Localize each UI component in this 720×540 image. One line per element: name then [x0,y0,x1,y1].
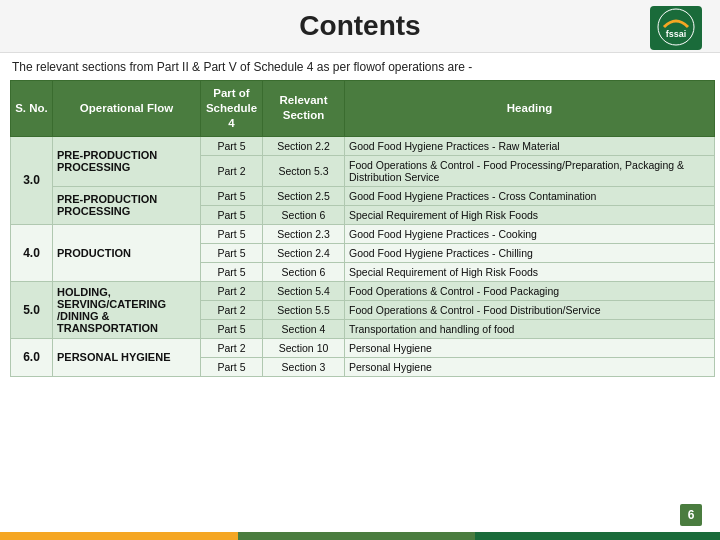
part-cell: Part 5 [201,357,263,376]
page-wrapper: Contents fssai The relevant sections fro… [0,0,720,540]
content-area: The relevant sections from Part II & Par… [0,53,720,532]
part-cell: Part 2 [201,281,263,300]
section-cell: Section 2.4 [263,243,345,262]
heading-cell: Personal Hygiene [345,357,715,376]
part-cell: Part 2 [201,155,263,186]
heading-cell: Good Food Hygiene Practices - Raw Materi… [345,136,715,155]
section-cell: Section 5.5 [263,300,345,319]
col-header-flow: Operational Flow [53,80,201,136]
table-header-row: S. No. Operational Flow Part of Schedule… [11,80,715,136]
sno-cell: 5.0 [11,281,53,338]
section-cell: Section 3 [263,357,345,376]
table-row: 3.0PRE-PRODUCTION PROCESSINGPart 5Sectio… [11,136,715,155]
bottom-bar [0,532,720,540]
section-cell: Section 4 [263,319,345,338]
heading-cell: Food Operations & Control - Food Packagi… [345,281,715,300]
part-cell: Part 5 [201,136,263,155]
heading-cell: Food Operations & Control - Food Process… [345,155,715,186]
section-cell: Section 6 [263,262,345,281]
header: Contents fssai [0,0,720,53]
part-cell: Part 5 [201,319,263,338]
heading-cell: Personal Hygiene [345,338,715,357]
flow-cell: PRODUCTION [53,224,201,281]
part-cell: Part 5 [201,205,263,224]
sno-cell: 6.0 [11,338,53,376]
table-row: 5.0HOLDING, SERVING/CATERING /DINING & T… [11,281,715,300]
sno-cell: 3.0 [11,136,53,224]
table-row: 6.0PERSONAL HYGIENEPart 2Section 10Perso… [11,338,715,357]
section-cell: Section 2.2 [263,136,345,155]
section-cell: Section 6 [263,205,345,224]
logo-text: fssai [656,7,696,50]
col-header-part: Part of Schedule 4 [201,80,263,136]
part-cell: Part 2 [201,338,263,357]
section-cell: Section 2.5 [263,186,345,205]
section-cell: Secton 5.3 [263,155,345,186]
heading-cell: Good Food Hygiene Practices - Cooking [345,224,715,243]
contents-table: S. No. Operational Flow Part of Schedule… [10,80,715,377]
heading-cell: Good Food Hygiene Practices - Cross Cont… [345,186,715,205]
flow-cell: HOLDING, SERVING/CATERING /DINING & TRAN… [53,281,201,338]
svg-point-0 [658,9,694,45]
flow-cell: PRE-PRODUCTION PROCESSING [53,186,201,224]
logo: fssai [650,6,702,50]
heading-cell: Good Food Hygiene Practices - Chilling [345,243,715,262]
table-container: S. No. Operational Flow Part of Schedule… [0,80,720,532]
table-row: PRE-PRODUCTION PROCESSINGPart 5Section 2… [11,186,715,205]
part-cell: Part 5 [201,243,263,262]
heading-cell: Special Requirement of High Risk Foods [345,205,715,224]
svg-text:fssai: fssai [666,29,687,39]
flow-cell: PRE-PRODUCTION PROCESSING [53,136,201,186]
heading-cell: Special Requirement of High Risk Foods [345,262,715,281]
page-number: 6 [680,504,702,526]
heading-cell: Transportation and handling of food [345,319,715,338]
col-header-heading: Heading [345,80,715,136]
section-cell: Section 10 [263,338,345,357]
heading-cell: Food Operations & Control - Food Distrib… [345,300,715,319]
part-cell: Part 5 [201,262,263,281]
col-header-sno: S. No. [11,80,53,136]
sno-cell: 4.0 [11,224,53,281]
col-header-section: Relevant Section [263,80,345,136]
section-cell: Section 5.4 [263,281,345,300]
flow-cell: PERSONAL HYGIENE [53,338,201,376]
part-cell: Part 5 [201,224,263,243]
subtitle: The relevant sections from Part II & Par… [0,53,720,80]
part-cell: Part 2 [201,300,263,319]
part-cell: Part 5 [201,186,263,205]
page-title: Contents [299,10,420,42]
logo-svg: fssai [656,7,696,47]
section-cell: Section 2.3 [263,224,345,243]
table-row: 4.0PRODUCTIONPart 5Section 2.3Good Food … [11,224,715,243]
